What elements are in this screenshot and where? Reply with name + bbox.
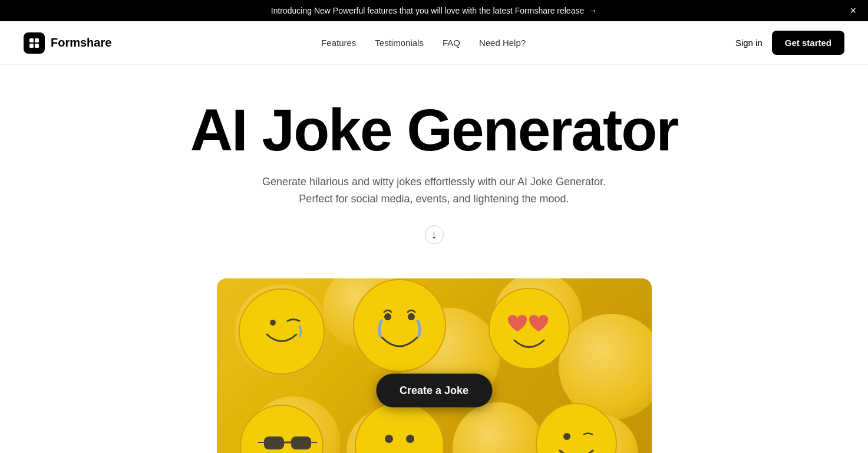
nav-features[interactable]: Features [321,38,356,48]
create-joke-button-container: Create a Joke [376,373,492,407]
create-joke-button[interactable]: Create a Joke [376,373,492,407]
brand-name: Formshare [51,36,111,50]
get-started-button[interactable]: Get started [772,31,844,55]
announcement-arrow: → [589,6,597,15]
brand-svg-icon [28,37,40,49]
announcement-close-button[interactable]: × [850,5,856,16]
hero-subtitle: Generate hilarious and witty jokes effor… [258,173,611,208]
nav-help[interactable]: Need Help? [479,38,526,48]
announcement-bar: Introducing New Powerful features that y… [0,0,868,21]
announcement-text: Introducing New Powerful features that y… [271,6,584,15]
scroll-down: ↓ [12,225,856,244]
hero-section: AI Joke Generator Generate hilarious and… [0,65,868,278]
svg-rect-1 [35,38,39,42]
nav-testimonials[interactable]: Testimonials [375,38,424,48]
emoji-background [217,278,652,453]
svg-rect-2 [29,44,34,48]
nav-actions: Sign in Get started [735,31,844,55]
brand-icon [24,32,45,54]
hero-title: AI Joke Generator [12,100,856,159]
nav-links: Features Testimonials FAQ Need Help? [321,38,526,48]
signin-button[interactable]: Sign in [735,38,763,48]
scroll-down-arrow[interactable]: ↓ [425,225,444,244]
navbar: Formshare Features Testimonials FAQ Need… [0,21,868,65]
svg-rect-0 [29,38,34,42]
nav-faq[interactable]: FAQ [443,38,460,48]
hero-image-container: Create a Joke [217,278,652,453]
emoji-overlay [217,278,652,453]
brand-logo[interactable]: Formshare [24,32,111,54]
image-section: Create a Joke [0,278,868,453]
svg-rect-3 [35,44,39,48]
